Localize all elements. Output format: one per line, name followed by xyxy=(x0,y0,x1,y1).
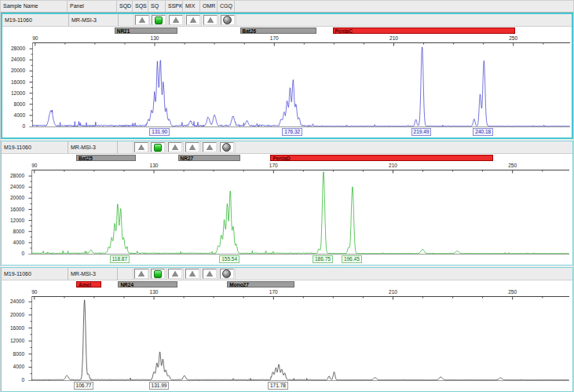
omr-flag[interactable] xyxy=(203,142,217,152)
electropherogram-trace xyxy=(31,300,569,380)
marker-bar-nr27[interactable]: NR27 xyxy=(178,155,241,161)
x-tick-label: 130 xyxy=(146,35,163,41)
marker-bar-nr21[interactable]: NR21 xyxy=(115,27,177,34)
plot-area[interactable] xyxy=(29,42,570,127)
y-tick-label: 20000 xyxy=(10,195,24,200)
sq-flag[interactable] xyxy=(151,269,165,279)
omr-flag[interactable] xyxy=(203,269,217,279)
marker-bar-amel[interactable]: Amel xyxy=(76,281,101,288)
sqs-flag[interactable] xyxy=(134,269,148,279)
cgq-flag-cell[interactable] xyxy=(218,141,236,153)
sspk-flag-cell[interactable] xyxy=(166,268,184,280)
row-header-filler xyxy=(236,141,572,153)
peak-size-label[interactable]: 219.49 xyxy=(411,128,432,136)
mix-flag[interactable] xyxy=(185,142,199,152)
sqs-flag[interactable] xyxy=(134,142,148,152)
peak-size-label[interactable]: 171.78 xyxy=(268,382,288,390)
sspk-flag[interactable] xyxy=(169,15,183,25)
peak-size-label[interactable]: 176.32 xyxy=(282,128,302,136)
y-tick-label: 8000 xyxy=(13,229,24,234)
column-header-cgq[interactable]: CGQ xyxy=(218,1,235,12)
sq-flag-cell[interactable] xyxy=(150,14,167,26)
cgq-flag[interactable] xyxy=(221,15,235,25)
peak-size-label[interactable]: 131.99 xyxy=(149,382,170,390)
sqs-flag-cell[interactable] xyxy=(134,14,150,26)
mix-flag-cell[interactable] xyxy=(185,14,202,26)
panel-name-cell[interactable]: MR-MSI-3 xyxy=(69,14,119,26)
column-header-sqd[interactable]: SQD xyxy=(117,1,133,12)
sq-flag-cell[interactable] xyxy=(149,141,166,153)
sq-flag[interactable] xyxy=(152,15,166,25)
mix-flag-cell[interactable] xyxy=(184,268,201,280)
sample-row-header: M19-11060 MR-MSI-3 xyxy=(2,14,572,27)
column-header-sq[interactable]: SQ xyxy=(148,1,166,12)
y-tick-label: 16000 xyxy=(10,325,24,331)
y-tick-label: 8000 xyxy=(14,101,25,107)
marker-bar-pentac[interactable]: PentaC xyxy=(333,27,515,34)
triangle-icon xyxy=(189,271,196,277)
peak-size-label[interactable]: 131.90 xyxy=(149,128,170,136)
electropherogram-panel-green: M19-11060 MR-MSI-3 Bat25NR27PentaD 90130… xyxy=(1,141,573,266)
column-header-row: Sample Name Panel SQD SQS SQ SSPK MIX OM… xyxy=(1,1,573,13)
omr-flag[interactable] xyxy=(203,15,218,25)
cgq-flag[interactable] xyxy=(220,269,234,279)
marker-bar-bat25[interactable]: Bat25 xyxy=(76,155,136,161)
y-tick-label: 28000 xyxy=(11,46,25,51)
triangle-icon xyxy=(138,145,144,150)
panel-name-cell[interactable]: MR-MSI-3 xyxy=(68,141,118,153)
electropherogram-panel-blue: M19-11060 MR-MSI-3 NR21Bat26PentaC 90130… xyxy=(1,13,573,139)
sample-name-cell[interactable]: M19-11060 xyxy=(2,141,68,153)
sspk-flag[interactable] xyxy=(168,142,182,152)
marker-bar-bat26[interactable]: Bat26 xyxy=(240,27,316,34)
plot-area[interactable] xyxy=(28,170,569,255)
marker-bar-pentad[interactable]: PentaD xyxy=(270,155,493,161)
y-tick-label: 8000 xyxy=(13,351,24,357)
peak-size-label[interactable]: 240.18 xyxy=(473,128,493,136)
omr-flag-cell[interactable] xyxy=(201,268,218,280)
x-axis-labels: 90130170210250 xyxy=(28,162,569,170)
sample-name-cell[interactable]: M19-11060 xyxy=(2,268,68,280)
sspk-flag[interactable] xyxy=(168,269,182,279)
marker-bar-nr24[interactable]: NR24 xyxy=(118,281,177,288)
column-header-mix[interactable]: MIX xyxy=(183,1,200,12)
peak-size-label[interactable]: 155.54 xyxy=(219,255,239,263)
cgq-flag-cell[interactable] xyxy=(219,14,236,26)
mix-flag-cell[interactable] xyxy=(184,141,201,153)
y-tick-label: 4000 xyxy=(13,240,24,245)
column-header-sspk[interactable]: SSPK xyxy=(166,1,183,12)
column-header-sample-name[interactable]: Sample Name xyxy=(1,1,68,12)
sample-row-header: M19-11060 MR-MSI-3 xyxy=(2,268,572,280)
sqs-flag-cell[interactable] xyxy=(133,141,149,153)
column-header-panel[interactable]: Panel xyxy=(68,1,117,12)
triangle-icon xyxy=(172,145,178,150)
sq-flag[interactable] xyxy=(151,142,165,152)
chart-area: NR21Bat26PentaC 90130170210250 280002400… xyxy=(2,27,572,137)
peak-size-label[interactable]: 118.87 xyxy=(110,255,130,263)
sqs-flag[interactable] xyxy=(135,15,149,25)
sspk-flag-cell[interactable] xyxy=(166,141,184,153)
marker-bar-mono27[interactable]: Mono27 xyxy=(227,281,294,288)
peak-size-label[interactable]: 186.75 xyxy=(313,255,333,263)
panel-name-cell[interactable]: MR-MSI-3 xyxy=(68,268,118,280)
sample-row-header: M19-11060 MR-MSI-3 xyxy=(2,141,572,154)
column-header-sqs[interactable]: SQS xyxy=(133,1,148,12)
sample-name-cell[interactable]: M19-11060 xyxy=(2,14,69,26)
green-square-icon xyxy=(154,144,162,152)
x-tick-label: 210 xyxy=(385,163,402,168)
peak-size-label[interactable]: 196.45 xyxy=(342,255,362,263)
column-header-omr[interactable]: OMR xyxy=(200,1,218,12)
cgq-flag-cell[interactable] xyxy=(218,268,236,280)
plot-area[interactable] xyxy=(28,296,569,381)
omr-flag-cell[interactable] xyxy=(201,141,218,153)
sspk-flag-cell[interactable] xyxy=(167,14,185,26)
cgq-flag[interactable] xyxy=(220,142,234,152)
omr-flag-cell[interactable] xyxy=(202,14,219,26)
sq-flag-cell[interactable] xyxy=(149,268,166,280)
sqd-flag-cell xyxy=(118,141,133,153)
peak-size-label[interactable]: 106.77 xyxy=(74,382,94,390)
mix-flag[interactable] xyxy=(185,269,199,279)
sqs-flag-cell[interactable] xyxy=(133,268,149,280)
x-tick-label: 90 xyxy=(27,35,44,41)
x-tick-label: 210 xyxy=(386,35,403,41)
mix-flag[interactable] xyxy=(186,15,200,25)
